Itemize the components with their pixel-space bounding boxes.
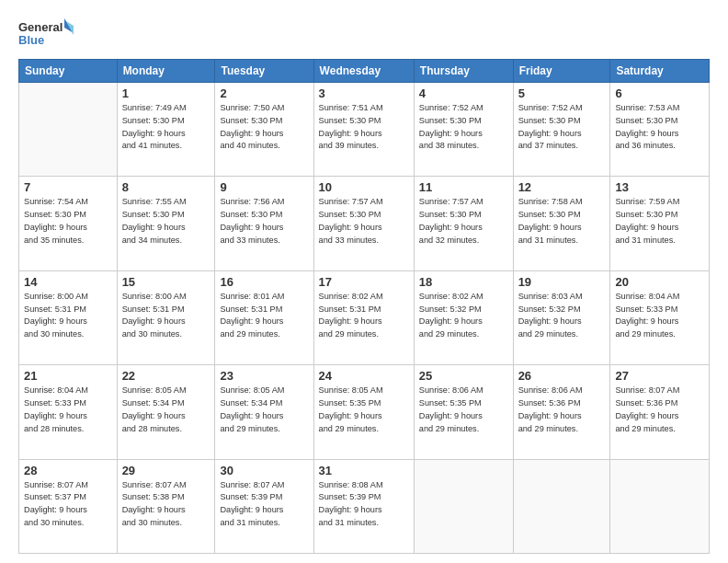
day-number: 16	[220, 275, 308, 289]
calendar-cell: 3Sunrise: 7:51 AMSunset: 5:30 PMDaylight…	[313, 83, 414, 177]
day-info: Sunrise: 8:02 AMSunset: 5:31 PMDaylight:…	[319, 291, 409, 341]
day-info: Sunrise: 8:01 AMSunset: 5:31 PMDaylight:…	[220, 291, 308, 341]
calendar-cell: 25Sunrise: 8:06 AMSunset: 5:35 PMDayligh…	[414, 365, 513, 459]
day-info: Sunrise: 7:59 AMSunset: 5:30 PMDaylight:…	[615, 196, 704, 247]
week-row-2: 7Sunrise: 7:54 AMSunset: 5:30 PMDaylight…	[19, 177, 710, 270]
svg-text:General: General	[18, 20, 63, 34]
day-info: Sunrise: 7:58 AMSunset: 5:30 PMDaylight:…	[518, 196, 606, 247]
calendar-cell: 11Sunrise: 7:57 AMSunset: 5:30 PMDayligh…	[414, 177, 513, 270]
day-number: 15	[122, 275, 210, 289]
calendar-cell: 18Sunrise: 8:02 AMSunset: 5:32 PMDayligh…	[414, 270, 513, 364]
calendar-cell: 28Sunrise: 8:07 AMSunset: 5:37 PMDayligh…	[19, 459, 118, 553]
logo: GeneralBlue	[18, 17, 74, 50]
day-info: Sunrise: 8:07 AMSunset: 5:37 PMDaylight:…	[24, 479, 112, 530]
day-info: Sunrise: 8:05 AMSunset: 5:34 PMDaylight:…	[220, 385, 308, 435]
day-info: Sunrise: 8:05 AMSunset: 5:35 PMDaylight:…	[319, 385, 409, 435]
svg-text:Blue: Blue	[18, 33, 44, 47]
day-info: Sunrise: 7:50 AMSunset: 5:30 PMDaylight:…	[220, 102, 308, 153]
calendar-cell: 21Sunrise: 8:04 AMSunset: 5:33 PMDayligh…	[19, 365, 118, 459]
day-number: 2	[220, 86, 308, 100]
calendar-cell	[414, 459, 513, 553]
day-info: Sunrise: 8:06 AMSunset: 5:35 PMDaylight:…	[419, 385, 508, 435]
day-number: 13	[615, 180, 704, 194]
weekday-header-row: SundayMondayTuesdayWednesdayThursdayFrid…	[19, 60, 710, 83]
day-info: Sunrise: 8:08 AMSunset: 5:39 PMDaylight:…	[319, 479, 409, 530]
day-info: Sunrise: 7:53 AMSunset: 5:30 PMDaylight:…	[615, 102, 704, 153]
week-row-4: 21Sunrise: 8:04 AMSunset: 5:33 PMDayligh…	[19, 365, 710, 459]
day-info: Sunrise: 7:55 AMSunset: 5:30 PMDaylight:…	[122, 196, 210, 247]
day-number: 22	[122, 369, 210, 383]
day-info: Sunrise: 7:57 AMSunset: 5:30 PMDaylight:…	[419, 196, 508, 247]
calendar-cell: 13Sunrise: 7:59 AMSunset: 5:30 PMDayligh…	[610, 177, 710, 270]
calendar-cell: 2Sunrise: 7:50 AMSunset: 5:30 PMDaylight…	[215, 83, 313, 177]
page: GeneralBlue SundayMondayTuesdayWednesday…	[0, 0, 728, 563]
week-row-5: 28Sunrise: 8:07 AMSunset: 5:37 PMDayligh…	[19, 459, 710, 553]
weekday-header-friday: Friday	[513, 60, 610, 83]
calendar-cell: 23Sunrise: 8:05 AMSunset: 5:34 PMDayligh…	[215, 365, 313, 459]
day-info: Sunrise: 7:56 AMSunset: 5:30 PMDaylight:…	[220, 196, 308, 247]
calendar-cell: 26Sunrise: 8:06 AMSunset: 5:36 PMDayligh…	[513, 365, 610, 459]
calendar-cell: 29Sunrise: 8:07 AMSunset: 5:38 PMDayligh…	[117, 459, 215, 553]
day-info: Sunrise: 7:57 AMSunset: 5:30 PMDaylight:…	[319, 196, 409, 247]
calendar-cell: 19Sunrise: 8:03 AMSunset: 5:32 PMDayligh…	[513, 270, 610, 364]
calendar-cell: 6Sunrise: 7:53 AMSunset: 5:30 PMDaylight…	[610, 83, 710, 177]
day-number: 24	[319, 369, 409, 383]
day-number: 4	[419, 86, 508, 100]
day-info: Sunrise: 8:00 AMSunset: 5:31 PMDaylight:…	[122, 291, 210, 341]
day-number: 25	[419, 369, 508, 383]
weekday-header-tuesday: Tuesday	[215, 60, 313, 83]
day-number: 28	[24, 464, 112, 477]
calendar-cell: 5Sunrise: 7:52 AMSunset: 5:30 PMDaylight…	[513, 83, 610, 177]
day-info: Sunrise: 7:54 AMSunset: 5:30 PMDaylight:…	[24, 196, 112, 247]
calendar-cell: 15Sunrise: 8:00 AMSunset: 5:31 PMDayligh…	[117, 270, 215, 364]
day-number: 1	[122, 86, 210, 100]
calendar-cell: 16Sunrise: 8:01 AMSunset: 5:31 PMDayligh…	[215, 270, 313, 364]
day-info: Sunrise: 8:05 AMSunset: 5:34 PMDaylight:…	[122, 385, 210, 435]
calendar-table: SundayMondayTuesdayWednesdayThursdayFrid…	[18, 59, 710, 554]
calendar-cell	[19, 83, 118, 177]
day-info: Sunrise: 8:06 AMSunset: 5:36 PMDaylight:…	[518, 385, 606, 435]
weekday-header-thursday: Thursday	[414, 60, 513, 83]
day-info: Sunrise: 8:07 AMSunset: 5:39 PMDaylight:…	[220, 479, 308, 530]
day-info: Sunrise: 8:07 AMSunset: 5:38 PMDaylight:…	[122, 479, 210, 530]
day-number: 19	[518, 275, 606, 289]
day-info: Sunrise: 8:02 AMSunset: 5:32 PMDaylight:…	[419, 291, 508, 341]
day-number: 21	[24, 369, 112, 383]
day-number: 5	[518, 86, 606, 100]
day-number: 12	[518, 180, 606, 194]
day-info: Sunrise: 7:52 AMSunset: 5:30 PMDaylight:…	[419, 102, 508, 153]
logo-svg: GeneralBlue	[18, 17, 74, 50]
day-number: 26	[518, 369, 606, 383]
day-number: 30	[220, 464, 308, 477]
week-row-1: 1Sunrise: 7:49 AMSunset: 5:30 PMDaylight…	[19, 83, 710, 177]
day-info: Sunrise: 8:07 AMSunset: 5:36 PMDaylight:…	[615, 385, 704, 435]
day-number: 3	[319, 86, 409, 100]
calendar-cell: 27Sunrise: 8:07 AMSunset: 5:36 PMDayligh…	[610, 365, 710, 459]
day-number: 6	[615, 86, 704, 100]
day-info: Sunrise: 7:49 AMSunset: 5:30 PMDaylight:…	[122, 102, 210, 153]
day-number: 31	[319, 464, 409, 477]
day-number: 9	[220, 180, 308, 194]
day-number: 7	[24, 180, 112, 194]
day-number: 23	[220, 369, 308, 383]
weekday-header-sunday: Sunday	[19, 60, 118, 83]
day-number: 10	[319, 180, 409, 194]
day-number: 29	[122, 464, 210, 477]
calendar-cell: 7Sunrise: 7:54 AMSunset: 5:30 PMDaylight…	[19, 177, 118, 270]
calendar-cell: 22Sunrise: 8:05 AMSunset: 5:34 PMDayligh…	[117, 365, 215, 459]
weekday-header-wednesday: Wednesday	[313, 60, 414, 83]
calendar-cell: 9Sunrise: 7:56 AMSunset: 5:30 PMDaylight…	[215, 177, 313, 270]
day-number: 11	[419, 180, 508, 194]
calendar-cell: 24Sunrise: 8:05 AMSunset: 5:35 PMDayligh…	[313, 365, 414, 459]
day-info: Sunrise: 7:51 AMSunset: 5:30 PMDaylight:…	[319, 102, 409, 153]
calendar-cell: 8Sunrise: 7:55 AMSunset: 5:30 PMDaylight…	[117, 177, 215, 270]
day-info: Sunrise: 8:00 AMSunset: 5:31 PMDaylight:…	[24, 291, 112, 341]
calendar-cell: 17Sunrise: 8:02 AMSunset: 5:31 PMDayligh…	[313, 270, 414, 364]
header: GeneralBlue	[18, 17, 710, 50]
day-info: Sunrise: 7:52 AMSunset: 5:30 PMDaylight:…	[518, 102, 606, 153]
day-number: 17	[319, 275, 409, 289]
day-info: Sunrise: 8:04 AMSunset: 5:33 PMDaylight:…	[24, 385, 112, 435]
day-number: 27	[615, 369, 704, 383]
calendar-cell: 10Sunrise: 7:57 AMSunset: 5:30 PMDayligh…	[313, 177, 414, 270]
calendar-cell: 20Sunrise: 8:04 AMSunset: 5:33 PMDayligh…	[610, 270, 710, 364]
